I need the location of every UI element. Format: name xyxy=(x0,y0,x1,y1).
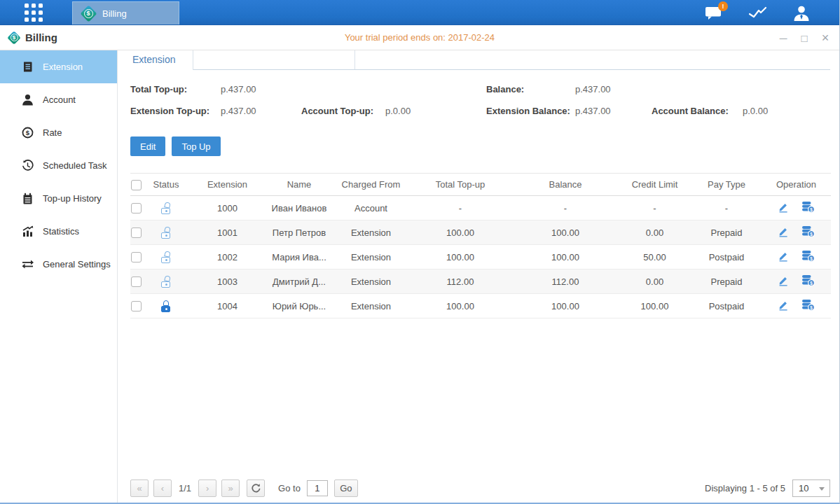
account-topup-label: Account Top-up: xyxy=(301,106,373,116)
sidebar-item-scheduled-task[interactable]: Scheduled Task xyxy=(0,149,117,182)
cell-extension: 1002 xyxy=(191,245,264,270)
page-size-select[interactable]: 10 xyxy=(792,479,830,497)
cell-name: Петр Петров xyxy=(264,220,334,245)
total-topup-label: Total Top-up: xyxy=(130,84,187,94)
sidebar-item-extension[interactable]: Extension xyxy=(0,50,117,83)
row-checkbox[interactable] xyxy=(131,252,142,262)
window-title-label: Billing xyxy=(25,31,57,43)
billing-diamond-icon: $ xyxy=(7,31,21,45)
sidebar-item-topup-history[interactable]: Top-up History xyxy=(0,182,117,215)
action-buttons: Edit Top Up xyxy=(130,136,830,156)
goto-page-input[interactable] xyxy=(307,480,328,496)
edit-row-icon[interactable] xyxy=(778,202,789,215)
row-checkbox[interactable] xyxy=(131,276,142,287)
sidebar-item-label: Scheduled Task xyxy=(43,160,107,171)
table-row: 1003 Дмитрий Д... Extension 112.00 112.0… xyxy=(130,270,831,294)
last-page-button[interactable]: » xyxy=(221,479,240,497)
page-indicator: 1/1 xyxy=(179,483,191,493)
svg-text:$: $ xyxy=(810,207,813,213)
topup-row-icon[interactable]: $ xyxy=(801,299,815,313)
messages-icon[interactable]: ! xyxy=(705,6,722,20)
cell-charged-from: Account xyxy=(334,196,408,220)
sidebar-item-general-settings[interactable]: General Settings xyxy=(0,248,117,281)
status-lock-icon xyxy=(160,300,172,312)
cell-charged-from: Extension xyxy=(334,220,408,245)
topup-row-icon[interactable]: $ xyxy=(801,250,815,264)
topup-row-icon[interactable]: $ xyxy=(801,225,815,239)
cell-total-topup: 100.00 xyxy=(408,245,513,270)
sidebar-item-rate[interactable]: $ Rate xyxy=(0,116,117,149)
cell-balance: - xyxy=(513,196,618,220)
minimize-icon[interactable]: ─ xyxy=(778,33,789,43)
go-button[interactable]: Go xyxy=(334,479,358,497)
apps-grid-icon[interactable] xyxy=(25,4,43,22)
row-checkbox[interactable] xyxy=(131,203,142,214)
account-topup-value: p.0.00 xyxy=(385,106,411,116)
status-lock-icon xyxy=(160,251,172,263)
cell-credit-limit: 100.00 xyxy=(618,294,691,318)
table-header-row: Status Extension Name Charged From Total… xyxy=(130,174,831,196)
account-balance-label: Account Balance: xyxy=(652,106,729,116)
desktop-topbar: $ Billing ! xyxy=(0,0,839,25)
extension-topup-label: Extension Top-up: xyxy=(130,106,209,116)
edit-row-icon[interactable] xyxy=(778,251,789,264)
status-lock-icon xyxy=(160,276,172,288)
cell-extension: 1001 xyxy=(191,220,264,245)
col-balance: Balance xyxy=(513,174,618,196)
svg-text:$: $ xyxy=(810,232,813,237)
top-up-button[interactable]: Top Up xyxy=(172,136,220,156)
refresh-icon[interactable] xyxy=(247,479,265,497)
edit-button[interactable]: Edit xyxy=(130,136,165,156)
billing-app-window: $ Billing ! xyxy=(0,0,840,504)
sidebar-item-statistics[interactable]: Statistics xyxy=(0,215,117,248)
balance-label: Balance: xyxy=(486,84,524,94)
cell-credit-limit: 0.00 xyxy=(618,220,691,245)
page-size-value: 10 xyxy=(799,483,808,493)
edit-row-icon[interactable] xyxy=(778,226,789,239)
maximize-icon[interactable]: □ xyxy=(799,33,810,43)
edit-row-icon[interactable] xyxy=(778,275,789,288)
cell-name: Юрий Юрь... xyxy=(264,294,334,318)
cell-extension: 1000 xyxy=(191,196,264,220)
person-icon xyxy=(21,94,34,106)
table-row: 1000 Иван Иванов Account - - - - xyxy=(130,196,831,220)
sidebar: Extension Account $ Rate xyxy=(0,50,118,503)
next-page-button[interactable]: › xyxy=(198,479,216,497)
chevron-down-icon xyxy=(819,487,825,491)
first-page-button[interactable]: « xyxy=(130,479,149,497)
extensions-table: Status Extension Name Charged From Total… xyxy=(130,173,831,318)
cell-pay-type: Prepaid xyxy=(691,270,762,294)
tab-strip-spacer xyxy=(193,50,355,69)
svg-text:$: $ xyxy=(25,129,29,136)
cell-balance: 100.00 xyxy=(513,245,618,270)
taskbar-tab-billing[interactable]: $ Billing xyxy=(72,1,179,24)
statistics-icon[interactable] xyxy=(748,6,767,20)
cell-extension: 1004 xyxy=(191,294,264,318)
cell-credit-limit: 50.00 xyxy=(618,245,691,270)
col-total-topup: Total Top-up xyxy=(408,174,513,196)
cell-charged-from: Extension xyxy=(334,270,408,294)
bar-chart-icon xyxy=(21,225,34,237)
main-content: Extension Total Top-up: p.437.00 Balance… xyxy=(118,50,839,503)
prev-page-button[interactable]: ‹ xyxy=(153,479,172,497)
col-operation: Operation xyxy=(762,174,831,196)
table-row: 1001 Петр Петров Extension 100.00 100.00… xyxy=(130,220,831,245)
close-icon[interactable]: × xyxy=(820,31,831,44)
svg-text:$: $ xyxy=(810,256,813,262)
edit-row-icon[interactable] xyxy=(778,300,789,313)
col-extension: Extension xyxy=(191,174,264,196)
tab-strip: Extension xyxy=(118,50,830,70)
sidebar-item-label: Top-up History xyxy=(43,193,102,204)
row-checkbox[interactable] xyxy=(131,227,142,238)
extension-balance-label: Extension Balance: xyxy=(486,106,570,116)
select-all-checkbox[interactable] xyxy=(131,180,142,190)
user-icon[interactable] xyxy=(793,5,810,21)
topup-row-icon[interactable]: $ xyxy=(801,201,815,215)
status-lock-icon xyxy=(160,227,172,239)
cell-total-topup: 112.00 xyxy=(408,270,513,294)
tab-extension[interactable]: Extension xyxy=(118,50,193,70)
sidebar-item-account[interactable]: Account xyxy=(0,83,117,116)
row-checkbox[interactable] xyxy=(131,301,142,312)
table-row: 1004 Юрий Юрь... Extension 100.00 100.00… xyxy=(130,294,831,318)
topup-row-icon[interactable]: $ xyxy=(801,274,815,288)
